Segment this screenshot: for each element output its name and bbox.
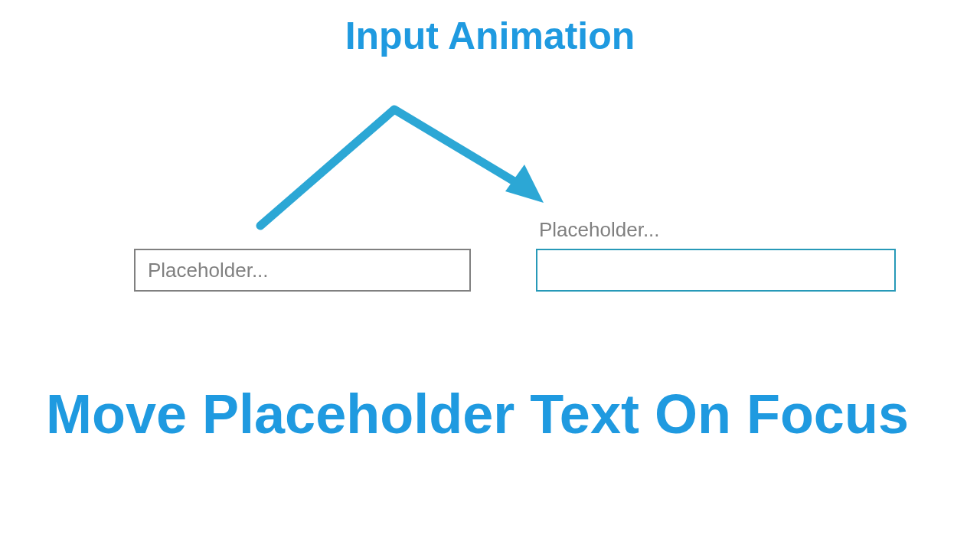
input-unfocused-wrap	[134, 249, 471, 292]
focused-input[interactable]	[536, 249, 896, 292]
input-focused-wrap: Placeholder...	[536, 249, 896, 292]
floating-placeholder-label: Placeholder...	[539, 218, 660, 242]
subtitle: Move Placeholder Text On Focus	[46, 383, 909, 446]
unfocused-input[interactable]	[134, 249, 471, 292]
svg-marker-0	[505, 165, 544, 203]
page-title: Input Animation	[0, 14, 980, 58]
arrow-icon	[253, 103, 582, 233]
inputs-row: Placeholder...	[134, 249, 884, 292]
